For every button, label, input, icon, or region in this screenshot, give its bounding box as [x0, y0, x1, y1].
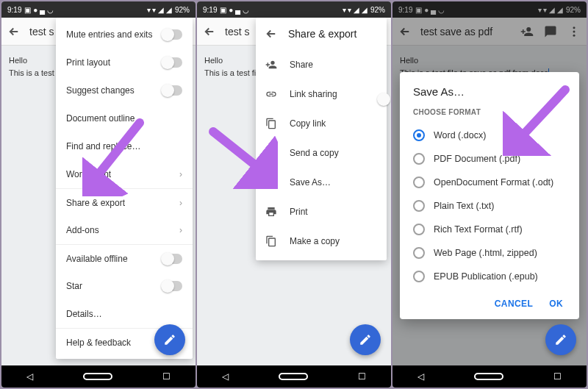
send-icon — [265, 146, 278, 160]
toggle-switch[interactable] — [162, 254, 182, 264]
nav-recent-icon[interactable]: ☐ — [358, 371, 366, 382]
notif-icons: ▣ ● ▄ ◡ — [24, 6, 53, 14]
edit-fab[interactable] — [350, 324, 381, 355]
toggle-switch[interactable] — [162, 85, 182, 96]
status-bar: 9:19▣ ● ▄ ◡ ▾ ▾ ◢ ◢92% — [1, 1, 196, 18]
menu-item-word-count[interactable]: Word count› — [56, 160, 193, 188]
nav-home-icon[interactable] — [83, 373, 112, 380]
panel-back-icon[interactable] — [265, 27, 278, 40]
person-add-icon — [265, 58, 278, 71]
format-option-pdf-document-pdf[interactable]: PDF Document (.pdf) — [413, 147, 566, 171]
menu-item-share-export[interactable]: Share & export› — [56, 188, 193, 216]
menu-item-label: Star — [66, 281, 82, 291]
nav-home-icon[interactable] — [279, 373, 308, 380]
nav-back-icon[interactable]: ◁ — [417, 371, 424, 382]
nav-back-icon[interactable]: ◁ — [222, 371, 229, 382]
chevron-right-icon: › — [179, 198, 182, 208]
save-as-dialog: Save As… CHOOSE FORMAT Word (.docx)PDF D… — [400, 72, 579, 319]
nav-back-icon[interactable]: ◁ — [26, 371, 33, 382]
format-option-label: EPUB Publication (.epub) — [434, 271, 538, 282]
back-icon[interactable] — [201, 24, 218, 40]
dialog-subhead: CHOOSE FORMAT — [413, 108, 566, 116]
share-item-link-sharing[interactable]: Link sharing — [256, 79, 387, 109]
share-panel-header: Share & export — [256, 18, 387, 50]
menu-item-label: Available offline — [66, 254, 128, 264]
copy-icon — [265, 117, 278, 130]
menu-item-available-offline[interactable]: Available offline — [56, 244, 193, 272]
radio-button[interactable] — [413, 153, 425, 165]
radio-button[interactable] — [413, 247, 425, 259]
nav-recent-icon[interactable]: ☐ — [162, 371, 171, 382]
ok-button[interactable]: OK — [549, 299, 563, 309]
share-item-label: Share — [290, 60, 313, 70]
radio-button[interactable] — [413, 129, 425, 141]
nav-home-icon[interactable] — [474, 373, 503, 380]
menu-item-star[interactable]: Star — [56, 272, 193, 300]
chevron-right-icon: › — [179, 169, 182, 179]
radio-button[interactable] — [413, 200, 425, 212]
share-item-label: Save As… — [290, 177, 331, 188]
save-icon — [265, 176, 278, 189]
menu-item-find-and-replace[interactable]: Find and replace… — [56, 132, 193, 160]
screenshot-1: 9:19▣ ● ▄ ◡ ▾ ▾ ◢ ◢92% test s Hello This… — [1, 1, 196, 388]
menu-item-label: Add-ons — [66, 225, 99, 235]
menu-item-label: Word count — [66, 169, 111, 179]
overflow-menu: Mute entries and exitsPrint layoutSugges… — [56, 18, 193, 359]
share-item-label: Make a copy — [290, 236, 340, 246]
cancel-button[interactable]: CANCEL — [495, 299, 533, 309]
back-icon[interactable] — [6, 24, 22, 40]
format-option-plain-text-txt[interactable]: Plain Text (.txt) — [413, 194, 566, 218]
battery-level: 92% — [175, 6, 190, 14]
link-icon — [265, 88, 278, 101]
menu-item-suggest-changes[interactable]: Suggest changes — [56, 76, 193, 104]
android-nav-bar: ◁ ☐ — [1, 365, 196, 388]
format-option-label: PDF Document (.pdf) — [434, 154, 520, 164]
edit-fab[interactable] — [154, 324, 185, 355]
format-option-rich-text-format-rtf[interactable]: Rich Text Format (.rtf) — [413, 218, 566, 241]
share-item-print[interactable]: Print — [256, 197, 387, 226]
share-item-copy-link[interactable]: Copy link — [256, 109, 387, 138]
menu-item-mute-entries-and-exits[interactable]: Mute entries and exits — [56, 21, 193, 49]
menu-item-document-outline[interactable]: Document outline — [56, 104, 193, 132]
share-item-send-a-copy[interactable]: Send a copy — [256, 138, 387, 168]
chevron-right-icon: › — [179, 225, 182, 235]
format-option-web-page-html-zipped[interactable]: Web Page (.html, zipped) — [413, 241, 566, 265]
share-item-make-a-copy[interactable]: Make a copy — [256, 226, 387, 256]
share-panel-title: Share & export — [288, 28, 356, 40]
signal-icons: ▾ ▾ ◢ ◢ — [147, 6, 172, 14]
android-nav-bar: ◁ ☐ — [197, 365, 391, 388]
menu-item-label: Document outline — [66, 113, 135, 124]
battery-level: 92% — [370, 6, 385, 14]
menu-item-label: Share & export — [66, 198, 125, 208]
status-time: 9:19 — [7, 6, 21, 14]
share-item-save-as[interactable]: Save As… — [256, 168, 387, 197]
format-option-label: Word (.docx) — [434, 130, 486, 140]
status-time: 9:19 — [203, 6, 217, 14]
share-item-label: Print — [290, 207, 308, 217]
toggle-switch[interactable] — [162, 57, 182, 68]
menu-item-print-layout[interactable]: Print layout — [56, 49, 193, 76]
share-item-share[interactable]: Share — [256, 50, 387, 79]
file-copy-icon — [265, 235, 278, 248]
radio-button[interactable] — [413, 271, 425, 282]
format-option-label: Plain Text (.txt) — [434, 201, 494, 211]
signal-icons: ▾ ▾ ◢ ◢ — [343, 6, 368, 14]
nav-recent-icon[interactable]: ☐ — [553, 371, 562, 382]
format-option-word-docx[interactable]: Word (.docx) — [413, 124, 566, 147]
format-option-label: Rich Text Format (.rtf) — [434, 224, 523, 235]
screenshot-2: 9:19▣ ● ▄ ◡ ▾ ▾ ◢ ◢92% test s Hello This… — [197, 1, 391, 388]
toggle-switch[interactable] — [162, 281, 182, 291]
format-option-opendocument-format-odt[interactable]: OpenDocument Format (.odt) — [413, 171, 566, 194]
menu-item-label: Mute entries and exits — [66, 29, 152, 40]
menu-item-label: Find and replace… — [66, 141, 140, 151]
menu-item-add-ons[interactable]: Add-ons› — [56, 216, 193, 244]
toggle-switch[interactable] — [162, 29, 182, 40]
share-item-label: Send a copy — [290, 148, 339, 158]
radio-button[interactable] — [413, 224, 425, 235]
format-option-label: Web Page (.html, zipped) — [434, 248, 537, 258]
radio-button[interactable] — [413, 176, 425, 188]
format-option-epub-publication-epub[interactable]: EPUB Publication (.epub) — [413, 265, 566, 288]
notif-icons: ▣ ● ▄ ◡ — [220, 6, 248, 14]
edit-fab[interactable] — [545, 324, 576, 355]
menu-item-label: Help & feedback — [66, 338, 131, 348]
